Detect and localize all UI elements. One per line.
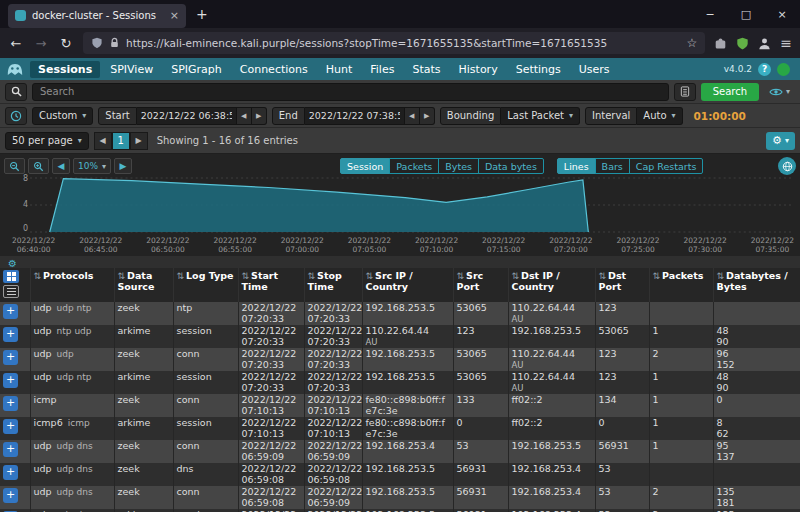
column-header[interactable]: ⇅Data Source — [114, 268, 173, 302]
reload-button[interactable]: ↻ — [58, 36, 74, 51]
nav-item[interactable]: Sessions — [30, 61, 100, 78]
menu-icon[interactable]: ≡ — [780, 35, 792, 51]
src-port-value[interactable]: 53065 — [457, 348, 487, 359]
map-toggle-button[interactable] — [778, 157, 796, 175]
views-dropdown-button[interactable]: ▾ — [764, 83, 795, 101]
src-ip-value[interactable]: 192.168.253.4 — [366, 440, 436, 451]
nav-item[interactable]: SPIView — [102, 61, 161, 78]
log-type-value[interactable]: session — [177, 325, 212, 336]
start-step-back-button[interactable]: ◀ — [237, 107, 252, 125]
dst-port-value[interactable]: 53 — [599, 486, 611, 497]
nav-item[interactable]: Settings — [508, 61, 569, 78]
bounding-select[interactable]: Last Packet ▾ — [501, 107, 580, 125]
expand-row-button[interactable]: + — [3, 304, 18, 319]
forward-button[interactable]: → — [33, 36, 49, 51]
graph-zoom-select[interactable]: 10% ▾ — [73, 158, 111, 174]
nav-item[interactable]: SPIGraph — [163, 61, 230, 78]
protocol-tags[interactable]: udp dns — [57, 441, 93, 451]
protocol-value[interactable]: udp — [34, 325, 52, 336]
dst-ip-value[interactable]: 192.168.253.4 — [512, 463, 582, 474]
time-range-select[interactable]: Custom ▾ — [32, 107, 93, 125]
protocol-value[interactable]: udp — [34, 302, 52, 313]
style-bars-button[interactable]: Bars — [595, 158, 630, 174]
column-header[interactable]: ⇅Protocols — [30, 268, 114, 302]
expand-row-button[interactable]: + — [3, 396, 18, 411]
end-step-back-button[interactable]: ◀ — [405, 107, 420, 125]
databytes-value[interactable]: 96 — [717, 349, 797, 360]
protocol-tags[interactable]: udp dns — [57, 487, 93, 497]
data-source-value[interactable]: zeek — [118, 302, 140, 313]
data-source-value[interactable]: arkime — [118, 417, 151, 428]
search-button[interactable]: Search — [701, 83, 759, 101]
dst-port-value[interactable]: 53065 — [599, 325, 629, 336]
src-ip-value[interactable]: 110.22.64.44 — [366, 325, 429, 336]
sort-icon[interactable]: ⇅ — [366, 271, 374, 281]
src-ip-value[interactable]: fe80::c898:b0ff:fe7c:3e — [366, 417, 445, 439]
metric-session-button[interactable]: Session — [340, 158, 390, 174]
nav-item[interactable]: Hunt — [318, 61, 361, 78]
databytes-value[interactable]: 48 — [717, 372, 797, 383]
expand-row-button[interactable]: + — [3, 350, 18, 365]
protocol-value[interactable]: udp — [34, 440, 52, 451]
data-source-value[interactable]: zeek — [118, 463, 140, 474]
log-type-value[interactable]: session — [177, 417, 212, 428]
dst-ip-value[interactable]: ff02::2 — [512, 394, 543, 405]
src-country-value[interactable]: AU — [366, 337, 450, 348]
src-ip-value[interactable]: 192.168.253.5 — [366, 302, 436, 313]
column-header[interactable]: ⇅Start Time — [238, 268, 304, 302]
url-text[interactable]: https://kali-eminence.kali.purple/sessio… — [126, 37, 681, 49]
data-source-value[interactable]: arkime — [118, 371, 151, 382]
protocol-tags[interactable]: udp — [57, 349, 74, 359]
metric-databytes-button[interactable]: Data bytes — [478, 158, 544, 174]
metric-bytes-button[interactable]: Bytes — [438, 158, 479, 174]
protocol-tags[interactable]: udp dns — [57, 464, 93, 474]
protocol-value[interactable]: udp — [34, 486, 52, 497]
src-port-value[interactable]: 133 — [457, 394, 475, 405]
back-button[interactable]: ← — [8, 36, 24, 51]
log-type-value[interactable]: dns — [177, 463, 194, 474]
protocol-value[interactable]: udp — [34, 371, 52, 382]
close-button[interactable]: × — [764, 0, 800, 28]
nav-item[interactable]: History — [451, 61, 506, 78]
dst-port-value[interactable]: 134 — [599, 394, 617, 405]
data-source-value[interactable]: arkime — [118, 325, 151, 336]
protocol-value[interactable]: udp — [34, 348, 52, 359]
sort-icon[interactable]: ⇅ — [457, 271, 465, 281]
packets-value[interactable]: 1 — [653, 371, 659, 382]
column-header[interactable]: ⇅Dst IP / Country — [508, 268, 595, 302]
tracking-shield-icon[interactable] — [91, 37, 103, 49]
metric-packets-button[interactable]: Packets — [389, 158, 439, 174]
src-ip-value[interactable]: 192.168.253.5 — [366, 371, 436, 382]
src-port-value[interactable]: 53065 — [457, 371, 487, 382]
protocol-tags[interactable]: udp ntp — [57, 372, 92, 382]
dst-port-value[interactable]: 123 — [599, 302, 617, 313]
data-source-value[interactable]: zeek — [118, 440, 140, 451]
next-page-button[interactable]: ▶ — [130, 132, 148, 150]
column-header[interactable]: ⇅Packets — [649, 268, 713, 302]
dst-port-value[interactable]: 56931 — [599, 440, 629, 451]
help-icon[interactable]: ? — [758, 63, 771, 76]
column-header[interactable]: ⇅Src IP / Country — [362, 268, 453, 302]
src-port-value[interactable]: 123 — [457, 325, 475, 336]
sort-icon[interactable]: ⇅ — [717, 271, 725, 281]
databytes-value[interactable]: 135 — [717, 487, 797, 498]
end-step-forward-button[interactable]: ▶ — [420, 107, 435, 125]
sort-icon[interactable]: ⇅ — [118, 271, 126, 281]
time-settings-button[interactable] — [5, 107, 27, 125]
log-type-value[interactable]: conn — [177, 348, 200, 359]
databytes-value[interactable]: 48 — [717, 326, 797, 337]
arkime-logo-icon[interactable] — [6, 62, 24, 77]
bookmark-star-icon[interactable]: ☆ — [687, 36, 698, 50]
pan-right-button[interactable]: ▶ — [114, 158, 132, 174]
sort-icon[interactable]: ⇅ — [512, 271, 520, 281]
toggle-view-button[interactable] — [3, 270, 19, 283]
gear-icon[interactable]: ⚙ — [8, 258, 17, 269]
start-time-input[interactable] — [137, 107, 237, 125]
src-port-value[interactable]: 56931 — [457, 486, 487, 497]
dst-country-value[interactable]: AU — [512, 360, 592, 371]
dst-ip-value[interactable]: ff02::2 — [512, 417, 543, 428]
expand-row-button[interactable]: + — [3, 488, 18, 503]
data-source-value[interactable]: zeek — [118, 394, 140, 405]
bytes-value[interactable]: 90 — [717, 383, 797, 394]
ublock-shield-icon[interactable] — [736, 37, 749, 50]
